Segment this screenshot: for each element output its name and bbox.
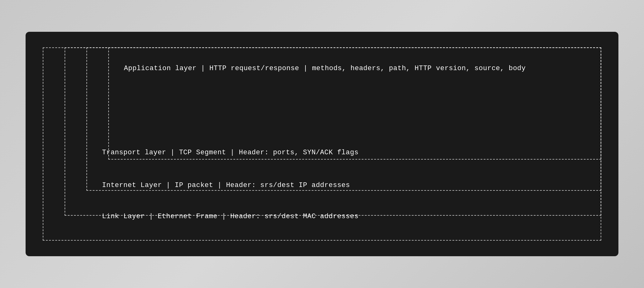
diagram-container: Application layer | HTTP request/respons… [43,47,601,241]
transport-layer-text: Transport layer | TCP Segment | Header: … [102,149,359,156]
terminal-window: Application layer | HTTP request/respons… [26,32,618,256]
application-layer-text: Application layer | HTTP request/respons… [124,65,526,72]
internet-layer-text: Internet Layer | IP packet | Header: srs… [102,181,350,189]
link-layer-text: Link Layer | Ethernet Frame | Header: sr… [102,213,359,220]
application-layer-box [108,47,601,160]
